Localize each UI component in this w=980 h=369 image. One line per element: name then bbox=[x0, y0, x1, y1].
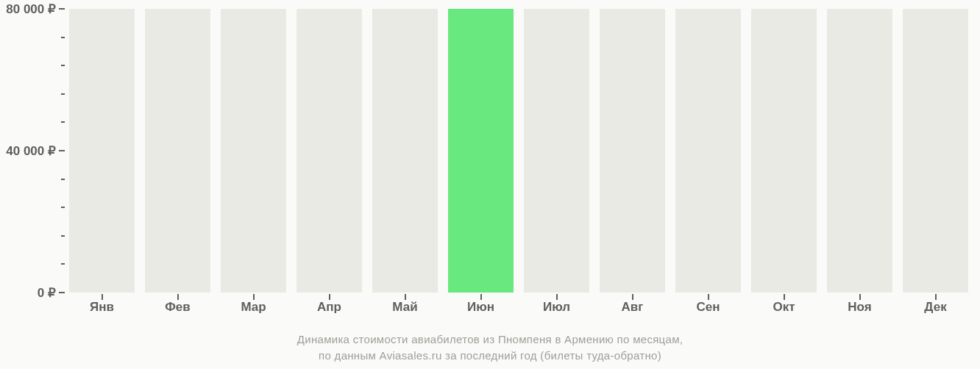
x-tick-mark bbox=[480, 294, 482, 300]
x-axis: ЯнвФевМарАпрМайИюнИюлАвгСенОктНояДек bbox=[69, 300, 968, 320]
y-minor-tick bbox=[61, 263, 65, 265]
y-tick-mark bbox=[59, 150, 65, 151]
bar-slot[interactable] bbox=[600, 9, 665, 293]
y-axis-label: 80 000 ₽ bbox=[6, 1, 56, 17]
bar-background bbox=[221, 9, 286, 293]
bar-slot[interactable] bbox=[827, 9, 892, 293]
y-minor-tick bbox=[61, 121, 65, 123]
plot-area bbox=[69, 9, 968, 293]
bar-slot[interactable] bbox=[751, 9, 817, 293]
x-axis-label: Окт bbox=[751, 300, 817, 320]
y-minor-tick bbox=[61, 207, 65, 208]
x-axis-label: Сен bbox=[675, 300, 741, 320]
x-axis-label: Авг bbox=[600, 300, 665, 320]
x-axis-label: Апр bbox=[297, 300, 362, 320]
x-tick-mark bbox=[632, 294, 633, 300]
y-minor-tick bbox=[61, 93, 65, 95]
x-tick-mark bbox=[556, 294, 558, 300]
x-tick-mark bbox=[177, 294, 179, 300]
bar-slot[interactable] bbox=[221, 9, 286, 293]
x-axis-label: Мар bbox=[221, 300, 286, 320]
y-axis: 0 ₽40 000 ₽80 000 ₽ bbox=[0, 9, 65, 293]
y-tick-mark bbox=[59, 292, 65, 293]
bar-background bbox=[372, 9, 438, 293]
bar-background bbox=[903, 9, 968, 293]
x-axis-label: Май bbox=[372, 300, 438, 320]
bar-slot[interactable] bbox=[145, 9, 210, 293]
y-minor-tick bbox=[61, 65, 65, 66]
y-tick-mark bbox=[59, 8, 65, 10]
x-axis-label: Июн bbox=[448, 300, 514, 320]
bar-slot[interactable] bbox=[524, 9, 589, 293]
bar-background bbox=[827, 9, 892, 293]
bar-value bbox=[448, 9, 514, 293]
y-minor-tick bbox=[61, 235, 65, 237]
bar-slot[interactable] bbox=[297, 9, 362, 293]
x-axis-label: Янв bbox=[69, 300, 135, 320]
x-tick-mark bbox=[253, 294, 255, 300]
bar-background bbox=[751, 9, 817, 293]
bar-slot[interactable] bbox=[372, 9, 438, 293]
x-tick-mark bbox=[329, 294, 330, 300]
y-minor-tick bbox=[61, 179, 65, 180]
x-axis-label: Ноя bbox=[827, 300, 892, 320]
x-tick-mark bbox=[859, 294, 861, 300]
y-minor-tick bbox=[61, 37, 65, 38]
bar-background bbox=[675, 9, 741, 293]
x-tick-mark bbox=[935, 294, 937, 300]
bar-slot[interactable] bbox=[69, 9, 135, 293]
bar-background bbox=[297, 9, 362, 293]
x-tick-mark bbox=[784, 294, 785, 300]
bar-slot[interactable] bbox=[448, 9, 514, 293]
y-axis-label: 40 000 ₽ bbox=[6, 143, 56, 159]
x-axis-label: Фев bbox=[145, 300, 210, 320]
price-chart: 0 ₽40 000 ₽80 000 ₽ ЯнвФевМарАпрМайИюнИю… bbox=[0, 0, 980, 369]
x-tick-mark bbox=[708, 294, 709, 300]
bar-background bbox=[145, 9, 210, 293]
bar-background bbox=[69, 9, 135, 293]
bar-background bbox=[600, 9, 665, 293]
chart-caption: Динамика стоимости авиабилетов из Пномпе… bbox=[0, 332, 980, 364]
caption-line2: по данным Aviasales.ru за последний год … bbox=[319, 349, 661, 362]
bar-slot[interactable] bbox=[675, 9, 741, 293]
y-axis-label: 0 ₽ bbox=[38, 285, 56, 301]
x-tick-mark bbox=[405, 294, 406, 300]
bar-background bbox=[524, 9, 589, 293]
x-axis-label: Дек bbox=[903, 300, 968, 320]
bars-container bbox=[69, 9, 968, 293]
caption-line1: Динамика стоимости авиабилетов из Пномпе… bbox=[297, 333, 683, 345]
x-tick-mark bbox=[102, 294, 103, 300]
x-axis-label: Июл bbox=[524, 300, 589, 320]
bar-slot[interactable] bbox=[903, 9, 968, 293]
